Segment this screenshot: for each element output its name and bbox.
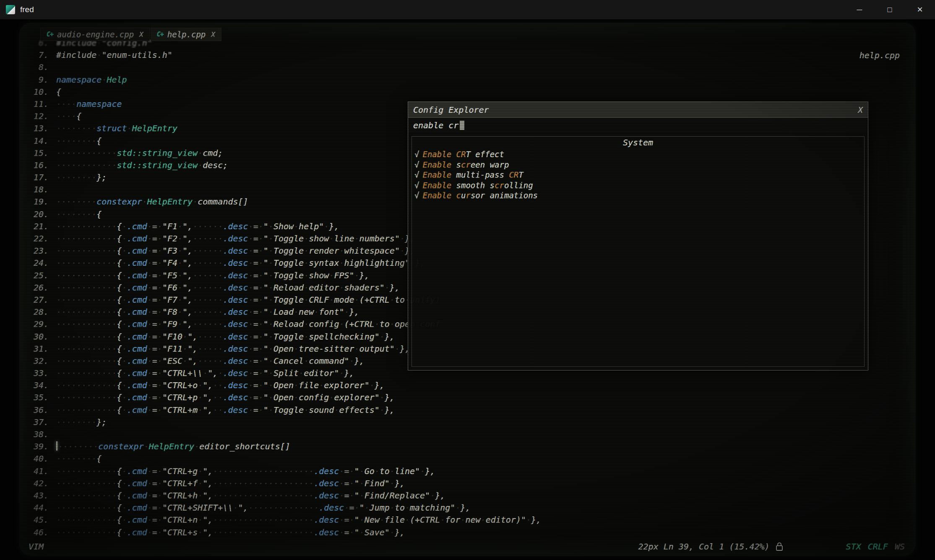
config-section-header: System: [412, 137, 864, 148]
line-number: 15.: [24, 147, 49, 159]
code-line[interactable]: 41.············{·.cmd·=·"CTRL+g·",······…: [24, 465, 916, 477]
config-explorer-body: System √Enable CRT effect√Enable screen …: [412, 136, 865, 367]
code-line[interactable]: 37.········};: [24, 416, 916, 428]
cpp-file-icon: C+: [47, 31, 53, 38]
line-number: 8.: [24, 61, 49, 73]
config-option[interactable]: √Enable smooth scrolling: [412, 180, 864, 191]
line-number: 14.: [24, 135, 49, 147]
input-cursor: [460, 121, 464, 130]
line-number: 31.: [24, 343, 49, 355]
editor-crt: C+audio-engine.cppXC+help.cppX help.cpp …: [19, 23, 916, 556]
line-number: 17.: [24, 171, 49, 184]
line-number: 36.: [24, 404, 49, 416]
code-line[interactable]: 10.{: [24, 86, 916, 98]
code-line[interactable]: 36.············{·.cmd·=·"CTRL+m·",··.des…: [24, 404, 916, 416]
tab-help-cpp[interactable]: C+help.cppX: [151, 28, 221, 41]
tab-label: audio-engine.cpp: [57, 30, 134, 39]
window-controls: ─ □ ✕: [844, 0, 935, 19]
crlf-indicator[interactable]: CRLF: [868, 542, 888, 552]
code-line[interactable]: 35.············{·.cmd·=·"CTRL+p·",··.des…: [24, 391, 916, 404]
config-option[interactable]: √Enable CRT effect: [412, 149, 864, 160]
config-search-query: enable cr: [413, 120, 458, 130]
line-number: 44.: [24, 502, 49, 514]
config-option[interactable]: √Enable cursor animations: [412, 190, 864, 201]
code-line[interactable]: 43.············{·.cmd·=·"CTRL+h·",······…: [24, 490, 916, 502]
filename-overlay: help.cpp: [859, 50, 900, 60]
code-line[interactable]: 46.············{·.cmd·=·"CTRL+s·",······…: [24, 526, 916, 539]
line-number: 16.: [24, 159, 49, 171]
checkbox-checked-icon[interactable]: √: [414, 160, 419, 169]
config-explorer-close-icon[interactable]: X: [858, 105, 863, 114]
line-number: 9.: [24, 74, 49, 86]
code-line[interactable]: 40.········{: [24, 453, 916, 465]
line-number: 43.: [24, 490, 49, 502]
code-line[interactable]: 7.#include·"enum-utils.h": [24, 49, 916, 61]
minimize-button[interactable]: ─: [844, 0, 875, 19]
code-line[interactable]: 42.············{·.cmd·=·"CTRL+f·",······…: [24, 477, 916, 490]
cpp-file-icon: C+: [157, 31, 164, 38]
app-icon: [6, 5, 15, 14]
lock-icon: [776, 542, 783, 551]
line-number: 28.: [24, 306, 49, 318]
line-number: 42.: [24, 477, 49, 490]
line-number: 18.: [24, 184, 49, 196]
maximize-button[interactable]: □: [875, 0, 905, 19]
line-number: 46.: [24, 526, 49, 539]
screen: C+audio-engine.cppXC+help.cppX help.cpp …: [0, 19, 935, 560]
whitespace-indicator[interactable]: WS: [895, 542, 905, 552]
line-number: 26.: [24, 282, 49, 294]
line-number: 10.: [24, 86, 49, 98]
title-bar: fred ─ □ ✕: [0, 0, 935, 19]
eol-indicators: STX CRLF WS: [846, 542, 905, 552]
tab-audio-engine-cpp[interactable]: C+audio-engine.cppX: [40, 28, 150, 41]
line-number: 30.: [24, 331, 49, 343]
config-explorer-titlebar: Config Explorer X: [408, 102, 868, 118]
code-line[interactable]: 9.namespace·Help: [24, 74, 916, 86]
line-number: 40.: [24, 453, 49, 465]
line-number: 35.: [24, 391, 49, 404]
vim-mode-indicator: VIM: [29, 542, 44, 552]
line-number: 23.: [24, 245, 49, 257]
config-explorer-title: Config Explorer: [413, 105, 489, 115]
config-option[interactable]: √Enable multi-pass CRT: [412, 170, 864, 180]
line-number: 32.: [24, 355, 49, 367]
line-number: 25.: [24, 270, 49, 282]
line-number: 27.: [24, 294, 49, 306]
checkbox-checked-icon[interactable]: √: [414, 191, 419, 200]
code-line[interactable]: 45.············{·.cmd·=·"CTRL+n·",······…: [24, 514, 916, 526]
tab-close-icon[interactable]: X: [211, 31, 215, 39]
line-number: 22.: [24, 233, 49, 245]
code-line[interactable]: 8.: [24, 61, 916, 73]
config-search-input[interactable]: enable cr: [408, 118, 868, 133]
stx-indicator: STX: [846, 542, 861, 552]
line-number: 13.: [24, 122, 49, 135]
line-number: 41.: [24, 465, 49, 477]
line-number: 21.: [24, 220, 49, 233]
line-number: 33.: [24, 367, 49, 379]
checkbox-checked-icon[interactable]: √: [414, 150, 419, 159]
text-cursor: [56, 441, 57, 451]
code-line[interactable]: 38.: [24, 428, 916, 441]
line-number: 12.: [24, 110, 49, 122]
config-explorer: Config Explorer X enable cr System √Enab…: [408, 101, 868, 371]
line-number: 38.: [24, 428, 49, 441]
status-bar: VIM 22px Ln 39, Col 1 (15.42%) STX CRLF …: [19, 540, 916, 553]
line-number: 37.: [24, 416, 49, 428]
code-line[interactable]: 39.········constexpr·HelpEntry·editor_sh…: [24, 441, 916, 453]
checkbox-checked-icon[interactable]: √: [414, 181, 419, 190]
cursor-position: 22px Ln 39, Col 1 (15.42%): [638, 542, 770, 552]
config-option[interactable]: √Enable screen warp: [412, 160, 864, 170]
checkbox-checked-icon[interactable]: √: [414, 170, 419, 179]
close-button[interactable]: ✕: [905, 0, 935, 19]
line-number: 11.: [24, 98, 49, 110]
line-number: 7.: [24, 49, 49, 61]
tab-close-icon[interactable]: X: [139, 31, 143, 39]
line-number: 24.: [24, 257, 49, 269]
tab-label: help.cpp: [167, 30, 206, 39]
tab-bar: C+audio-engine.cppXC+help.cppX: [40, 28, 221, 41]
line-number: 34.: [24, 379, 49, 391]
code-line[interactable]: 44.············{·.cmd·=·"CTRL+SHIFT+\\·"…: [24, 502, 916, 514]
code-line[interactable]: 34.············{·.cmd·=·"CTRL+o·",··.des…: [24, 379, 916, 391]
line-number: 39.: [24, 441, 49, 453]
line-number: 19.: [24, 196, 49, 208]
